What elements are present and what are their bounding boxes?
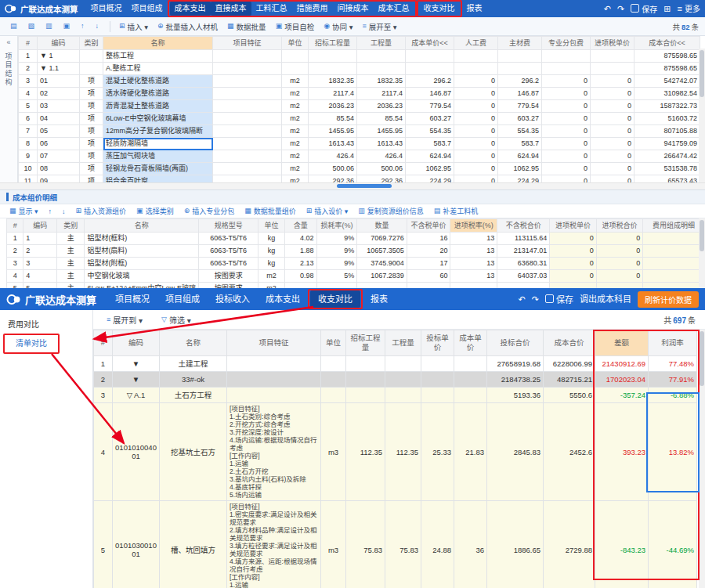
scroll-thumb[interactable] [700,220,704,251]
scroll-thumb[interactable] [700,50,704,97]
cell[interactable]: 4 [7,270,24,283]
cell[interactable] [227,372,321,388]
cell[interactable]: 583.7 [406,138,454,150]
cell[interactable]: 17 [407,258,450,270]
cell[interactable] [385,372,421,388]
cell[interactable] [213,88,282,100]
cell[interactable]: 项 [80,113,103,125]
cell[interactable]: 0 [596,258,642,270]
table-row[interactable]: 705项12mm高分子复合钢化玻璃隔断m21455.951455.95554.3… [19,125,700,138]
vertical-scrollbar[interactable] [699,330,705,588]
cell[interactable]: 项 [80,175,103,183]
cell[interactable] [213,50,282,63]
table-row[interactable]: 2▼33#-ok2184738.25482715.211702023.0477.… [94,372,697,388]
cell[interactable] [421,356,454,372]
cell[interactable]: 2036.23 [357,100,406,113]
cell[interactable]: 铝型材(附框) [85,258,199,270]
cell[interactable]: 1 [19,50,38,63]
menu-project-overview[interactable]: 项目概况 [107,290,157,308]
batch-insert-resource-button[interactable]: ⊕批量插入人材机 [154,19,222,34]
cell[interactable]: 0 [542,125,591,138]
table-row[interactable]: 907项蒸压加气砌块墙m2426.4426.4624.940624.940026… [19,150,700,163]
cell[interactable]: m2 [282,163,309,175]
cell[interactable]: 08 [38,163,80,175]
cell[interactable]: 0 [454,75,498,88]
menu-project-structure[interactable]: 项目组成 [127,2,168,16]
column-header[interactable]: 进项税率(%) [450,219,497,233]
project-check-button[interactable]: ▣项目自检 [272,19,319,34]
cell[interactable]: ▼ [113,372,160,388]
cell[interactable]: -357.24 [595,388,649,403]
cell[interactable] [421,372,454,388]
cell[interactable]: m2 [258,270,284,283]
cell[interactable]: 05 [38,125,80,138]
column-header[interactable]: 主材费 [498,37,542,50]
move-down-icon[interactable]: ↓ [92,19,106,34]
cell[interactable]: 1702023.04 [595,372,649,388]
cut-icon[interactable]: ▧ [24,19,42,34]
cell[interactable]: 624.94 [406,150,454,163]
cell[interactable]: 292.36 [357,175,406,183]
cell[interactable]: 9% [316,233,357,245]
cell[interactable]: 0 [591,75,634,88]
cell[interactable]: 1062.95 [498,163,542,175]
cell[interactable]: 0 [550,233,596,245]
column-header[interactable]: 项目特征 [213,37,282,50]
cell[interactable]: kg [258,258,284,270]
cell[interactable]: 3 [7,258,24,270]
cell[interactable]: 7 [19,125,38,138]
cell[interactable]: 85.54 [309,113,357,125]
cell[interactable]: 0 [454,88,498,100]
cell[interactable] [643,258,705,270]
menu-income-expense-compare[interactable]: 收支对比 [419,2,460,16]
cell[interactable]: 13.82% [649,403,697,501]
cell[interactable] [213,163,282,175]
cell[interactable]: 0 [542,163,591,175]
scroll-thumb[interactable] [700,331,704,386]
cell[interactable] [346,372,385,388]
sidebar-item-list-compare-wrap[interactable]: 清单对比 [0,334,92,351]
cell[interactable]: 2184738.25 [487,372,544,388]
table-row[interactable]: 33主铝型材(附框)6063-T5/T6kg2.139%3745.9004171… [7,258,705,270]
cell[interactable]: 主 [57,270,85,283]
cell[interactable]: 5550.6 [544,388,595,403]
table-row[interactable]: 1109项铝合金百叶窗m2292.36292.36224.290224.2900… [19,175,700,183]
cell[interactable]: 0 [591,100,634,113]
cell[interactable]: 2117.4 [309,88,357,100]
cell[interactable] [321,388,346,403]
column-header[interactable]: 类别 [57,219,85,233]
column-header[interactable]: 招标工程量 [309,37,357,50]
cell[interactable]: m2 [282,125,309,138]
table-row[interactable]: 301项混凝土硬化整栋道路m21832.351832.35296.20296.2… [19,75,700,88]
menu-cost-expense[interactable]: 成本支出 [258,290,308,308]
cell[interactable]: 010101004001 [113,403,160,501]
cell[interactable] [454,372,487,388]
undo-icon[interactable]: ↶ [519,295,526,304]
cell[interactable]: 1613.43 [357,138,406,150]
table-row[interactable]: 1▼ 1整栋工程875598.65 [19,50,700,63]
tab-measure-cost[interactable]: 措施费用 [292,2,333,16]
data-batch-price-button[interactable]: ▦数据批量组价 [243,205,298,217]
cell[interactable]: 1587322.73 [634,100,700,113]
horizontal-scrollbar[interactable] [0,182,705,189]
cell[interactable]: 蒸压加气砌块墙 [103,150,213,163]
cell[interactable]: 0 [550,270,596,283]
cell[interactable]: 807105.88 [634,125,700,138]
cell[interactable]: 5193.36 [487,388,544,403]
cell[interactable] [643,245,705,258]
table-row[interactable]: 44主中空钢化玻璃按图要求m20.985%1067.2839601364037.… [7,270,705,283]
cell[interactable] [346,356,385,372]
cell[interactable]: 0 [454,138,498,150]
column-header[interactable]: 类别 [80,37,103,50]
table-row[interactable]: 11主铝型材(框料)6063-T5/T6kg4.029%7069.7276161… [7,233,705,245]
cell[interactable]: 12mm高分子复合钢化玻璃隔断 [103,125,213,138]
column-header[interactable]: 单位 [258,219,284,233]
expand-to-button[interactable]: ≡展开至 ▾ [358,19,400,34]
cell[interactable]: 1.88 [284,245,316,258]
cell[interactable]: 8 [19,138,38,150]
menu-bid-income[interactable]: 投标收入 [208,290,258,308]
row-down-button[interactable]: ↓ [60,205,67,217]
cell[interactable]: 土石方工程 [160,388,227,403]
cell[interactable]: 482715.21 [544,372,595,388]
menu-income-expense-compare[interactable]: 收支对比 [310,290,360,308]
